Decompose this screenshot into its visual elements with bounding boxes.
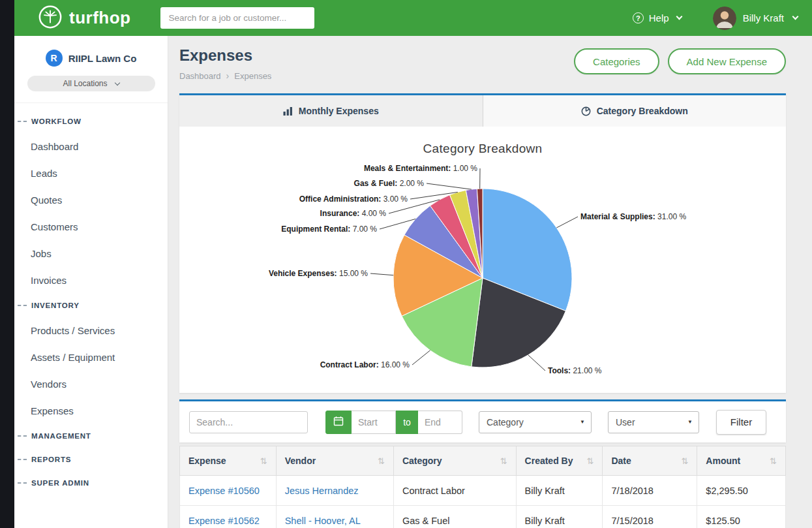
pie-label-gas-fuel: Gas & Fuel: 2.00 % — [354, 179, 425, 188]
company-name: RIIPL Lawn Co — [68, 53, 137, 64]
pie-label-meals-entertainment: Meals & Entertainment: 1.00 % — [364, 164, 477, 173]
sort-icon[interactable]: ⇅ — [378, 456, 385, 466]
company-selector[interactable]: R RIIPL Lawn Co — [26, 50, 156, 67]
topbar: turfhop ? Help B — [14, 0, 812, 36]
pie-label-office-administration: Office Administration: 3.00 % — [299, 194, 408, 204]
column-header-expense[interactable]: Expense⇅ — [180, 446, 277, 476]
vendor-link[interactable]: Shell - Hoover, AL — [285, 516, 361, 526]
pie-label-leader — [412, 350, 430, 365]
dashes-icon — [18, 305, 27, 306]
sidebar-item-leads[interactable]: Leads — [14, 160, 168, 187]
chart-tabs: Monthly ExpensesCategory Breakdown — [179, 93, 786, 127]
nav-section-inventory[interactable]: INVENTORY — [14, 294, 168, 317]
breadcrumb-item-dashboard[interactable]: Dashboard — [179, 71, 221, 81]
pie-label-leader — [556, 217, 578, 228]
nav-section-management[interactable]: MANAGEMENT — [14, 424, 168, 448]
cell-vendor: Shell - Hoover, AL — [276, 506, 393, 528]
expense-link[interactable]: Expense #10562 — [188, 516, 260, 526]
app-root: turfhop ? Help B — [0, 0, 812, 528]
sidebar-item-jobs[interactable]: Jobs — [14, 240, 168, 267]
categories-button[interactable]: Categories — [574, 48, 659, 74]
column-header-label: Category — [402, 456, 442, 466]
cell-amount: $125.50 — [697, 506, 786, 528]
sort-icon[interactable]: ⇅ — [770, 456, 777, 466]
global-search-input[interactable] — [160, 7, 314, 29]
breadcrumb-item-expenses[interactable]: Expenses — [234, 71, 271, 81]
select-arrow-icon: ▼ — [687, 419, 693, 425]
nav-section-reports[interactable]: REPORTS — [14, 448, 168, 471]
column-header-created-by[interactable]: Created By⇅ — [516, 446, 603, 476]
help-menu[interactable]: ? Help — [633, 12, 682, 23]
column-header-date[interactable]: Date⇅ — [603, 446, 697, 476]
sidebar: R RIIPL Lawn Co All Locations WORKFLOWDa… — [14, 36, 168, 528]
tab-category-breakdown[interactable]: Category Breakdown — [483, 95, 787, 127]
pie-label-contract-labor: Contract Labor: 16.00 % — [320, 360, 410, 369]
location-selector[interactable]: All Locations — [27, 76, 155, 91]
column-header-amount[interactable]: Amount⇅ — [697, 446, 786, 476]
sidebar-item-dashboard[interactable]: Dashboard — [14, 133, 168, 160]
sidebar-item-customers[interactable]: Customers — [14, 213, 168, 240]
turfhop-logo-icon — [38, 5, 63, 32]
sidebar-item-vendors[interactable]: Vendors — [14, 371, 168, 397]
dashes-icon — [18, 121, 27, 122]
table-row: Expense #10560Jesus HernandezContract La… — [180, 476, 786, 506]
add-new-expense-button[interactable]: Add New Expense — [668, 48, 786, 74]
vendor-link[interactable]: Jesus Hernandez — [285, 486, 359, 496]
cell-expense: Expense #10560 — [180, 476, 277, 506]
sort-icon[interactable]: ⇅ — [587, 456, 594, 466]
calendar-button[interactable] — [325, 411, 352, 434]
column-header-label: Vendor — [285, 456, 316, 466]
date-end-input[interactable] — [418, 411, 462, 434]
category-select-value: Category — [487, 417, 524, 427]
table-search-input[interactable] — [189, 411, 308, 433]
expense-table: Expense⇅Vendor⇅Category⇅Created By⇅Date⇅… — [179, 446, 786, 528]
nav-section-label: SUPER ADMIN — [31, 479, 89, 487]
column-header-label: Expense — [188, 456, 226, 466]
dashes-icon — [18, 459, 27, 460]
pie-label-leader — [370, 273, 393, 275]
table-row: Expense #10562Shell - Hoover, ALGas & Fu… — [180, 506, 786, 528]
app-logo[interactable]: turfhop — [38, 5, 130, 32]
user-menu[interactable]: Billy Kraft — [713, 7, 798, 30]
column-header-category[interactable]: Category⇅ — [393, 446, 516, 476]
app-shell: turfhop ? Help B — [14, 0, 812, 528]
breadcrumb-separator: › — [226, 70, 230, 81]
chevron-down-icon — [676, 14, 682, 20]
sidebar-item-products-services[interactable]: Products / Services — [14, 317, 168, 344]
sort-icon[interactable]: ⇅ — [681, 456, 688, 466]
pie-chart: Material & Supplies: 31.00 %Tools: 21.00… — [179, 157, 786, 384]
sort-icon[interactable]: ⇅ — [260, 456, 267, 466]
column-header-vendor[interactable]: Vendor⇅ — [276, 446, 393, 476]
category-select[interactable]: Category ▼ — [479, 411, 592, 433]
nav-section-workflow[interactable]: WORKFLOW — [14, 110, 168, 133]
pie-label-vehicle-expenses: Vehicle Expenses: 15.00 % — [269, 269, 368, 278]
user-select[interactable]: User ▼ — [608, 411, 699, 433]
sidebar-item-assets-equipment[interactable]: Assets / Equipment — [14, 344, 168, 371]
sidebar-item-invoices[interactable]: Invoices — [14, 267, 168, 294]
tab-monthly-expenses[interactable]: Monthly Expenses — [179, 95, 483, 127]
user-name: Billy Kraft — [743, 12, 784, 23]
company-logo: R — [46, 50, 63, 67]
nav-section-label: MANAGEMENT — [31, 432, 91, 440]
pie-label-material-supplies: Material & Supplies: 31.00 % — [580, 212, 686, 221]
date-to-label: to — [396, 411, 418, 434]
dashes-icon — [18, 482, 27, 484]
expense-link[interactable]: Expense #10560 — [188, 486, 260, 496]
chart-card: Category Breakdown Material & Supplies: … — [179, 127, 786, 393]
sidebar-header: R RIIPL Lawn Co All Locations — [14, 36, 168, 103]
sidebar-item-expenses[interactable]: Expenses — [14, 397, 168, 424]
sidebar-item-quotes[interactable]: Quotes — [14, 187, 168, 213]
filter-button[interactable]: Filter — [716, 410, 766, 435]
page-title-block: Expenses Dashboard›Expenses — [179, 47, 271, 81]
sidebar-nav: WORKFLOWDashboardLeadsQuotesCustomersJob… — [14, 103, 168, 495]
sort-icon[interactable]: ⇅ — [500, 456, 507, 466]
help-label: Help — [649, 12, 669, 23]
cell-date: 7/15/2018 — [603, 506, 697, 528]
date-start-input[interactable] — [352, 411, 396, 434]
filter-bar: to Category ▼ User ▼ Filter — [179, 399, 786, 443]
pie-label-equipment-rental: Equipment Rental: 7.00 % — [281, 225, 377, 234]
topbar-right: ? Help Billy Kraft — [633, 7, 798, 30]
nav-section-super-admin[interactable]: SUPER ADMIN — [14, 471, 168, 495]
dashes-icon — [18, 435, 27, 437]
cell-created_by: Billy Kraft — [516, 476, 603, 506]
